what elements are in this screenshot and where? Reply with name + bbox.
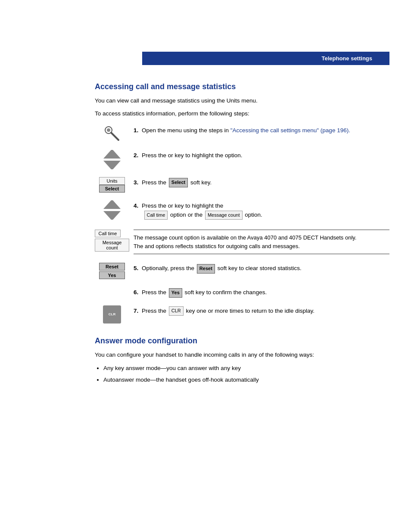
page-container: Telephone settings Accessing call and me… xyxy=(0,52,411,532)
clr-label: CLR xyxy=(109,312,115,316)
step-4-option1 xyxy=(134,212,142,218)
note-icons: Call time Message count xyxy=(95,227,129,252)
step-6-yes-inline: Yes xyxy=(169,288,182,298)
step-1-number: 1. xyxy=(134,127,138,134)
step-4-text2: key to highlight the xyxy=(175,202,224,209)
step-1-text-middle: menu using the steps in xyxy=(167,127,230,134)
step-5-text2: soft key to clear stored statistics. xyxy=(218,265,302,271)
step-5-row: Reset Yes 5. Optionally, press the Reset… xyxy=(95,263,389,279)
tools-icon xyxy=(103,125,121,142)
header-bar: Telephone settings xyxy=(142,52,389,65)
step4-arrow-up xyxy=(103,200,121,209)
step-1-row: 1. Open the menu using the steps in "Acc… xyxy=(95,125,389,142)
section1-intro2: To access statistics information, perfor… xyxy=(95,109,389,118)
step-5-content: 5. Optionally, press the Reset soft key … xyxy=(134,263,389,273)
step-2-icon xyxy=(95,150,129,169)
note-line2-pre: The xyxy=(134,243,143,249)
step-3-content: 3. Press the Select soft key. xyxy=(134,177,389,187)
main-content: Accessing call and message statistics Yo… xyxy=(95,65,389,385)
step-2-content: 2. Press the or key to highlight the opt… xyxy=(134,150,389,160)
note-row: Call time Message count The message coun… xyxy=(95,227,389,258)
step-2-text2: key to highlight the option. xyxy=(175,152,243,159)
step-6-content: 6. Press the Yes soft key to confirm the… xyxy=(134,287,389,297)
clr-key-icon: CLR xyxy=(103,305,121,324)
yes-box: Yes xyxy=(99,271,125,279)
step-6-number: 6. xyxy=(134,289,138,296)
select-box: Select xyxy=(99,185,125,193)
step-7-content: 7. Press the CLR key one or more times t… xyxy=(134,305,389,316)
bullet-2: Autoanswer mode—the handset goes off-hoo… xyxy=(103,375,389,385)
step-1-content: 1. Open the menu using the steps in "Acc… xyxy=(134,125,389,135)
step-4-option2: option. xyxy=(245,212,262,218)
step-3-icon: Units Select xyxy=(95,177,129,193)
step-7-icon: CLR xyxy=(95,305,129,324)
step-3-row: Units Select 3. Press the Select soft ke… xyxy=(95,177,389,193)
header-title: Telephone settings xyxy=(322,55,373,62)
step-4-content: 4. Press the or key to highlight the Cal… xyxy=(134,200,389,220)
step-1-text-before: Open the xyxy=(142,127,167,134)
section1-title: Accessing call and message statistics xyxy=(95,82,389,91)
step-4-row: 4. Press the or key to highlight the Cal… xyxy=(95,200,389,220)
step4-arrow-down xyxy=(103,211,121,220)
step-6-text2: soft key to confirm the changes. xyxy=(185,289,267,296)
step-4-number: 4. xyxy=(134,202,138,209)
step-1-link: "Accessing the call settings menu" (page… xyxy=(230,127,350,134)
arrow-up-icon xyxy=(103,150,121,159)
step-3-text: Press the xyxy=(142,179,168,186)
step-7-clr-inline: CLR xyxy=(169,306,184,316)
step-7-row: CLR 7. Press the CLR key one or more tim… xyxy=(95,305,389,324)
section2-intro: You can configure your handset to handle… xyxy=(95,351,389,359)
step-3-number: 3. xyxy=(134,179,138,186)
note-line2-post: options reflects statistics for outgoing… xyxy=(156,243,300,249)
units-select-area: Units Select xyxy=(99,177,125,193)
reset-yes-area: Reset Yes xyxy=(99,263,125,279)
step-4-arrows xyxy=(103,200,121,220)
step-4-icon xyxy=(95,200,129,220)
step-6-row: 6. Press the Yes soft key to confirm the… xyxy=(95,287,389,297)
step-4-text: Press the xyxy=(142,202,168,209)
note-and: and xyxy=(145,243,154,249)
step-5-text: Optionally, press the xyxy=(142,265,196,271)
section1-intro1: You can view call and message statistics… xyxy=(95,96,389,105)
step-2-number: 2. xyxy=(134,152,138,159)
step-4-or: or xyxy=(168,202,175,209)
svg-point-2 xyxy=(107,128,110,132)
step-7-text2: key one or more times to return to the i… xyxy=(186,308,314,314)
section2-title: Answer mode configuration xyxy=(95,336,389,345)
step-5-reset-inline: Reset xyxy=(197,264,215,274)
step-7-text: Press the xyxy=(142,308,168,314)
step-4-or2: option or the xyxy=(170,212,204,218)
step-3-select-inline: Select xyxy=(169,178,188,187)
step-5-icon: Reset Yes xyxy=(95,263,129,279)
step-4-msgcount-inline: Message count xyxy=(205,211,243,220)
step-2-or: or xyxy=(168,152,175,159)
step-2-row: 2. Press the or key to highlight the opt… xyxy=(95,150,389,169)
steps-container: 1. Open the menu using the steps in "Acc… xyxy=(95,125,389,324)
arrow-down-icon xyxy=(103,161,121,169)
step-7-number: 7. xyxy=(134,308,138,314)
call-time-box: Call time xyxy=(95,230,121,237)
step-2-text: Press the xyxy=(142,152,168,159)
svg-line-1 xyxy=(111,133,118,140)
step-4-calltime-inline: Call time xyxy=(144,211,168,220)
note-box: The message count option is available on… xyxy=(134,230,389,254)
step-6-text: Press the xyxy=(142,289,168,296)
note-line1: The message count option is available on… xyxy=(134,234,356,241)
units-box: Units xyxy=(99,177,125,185)
step-5-number: 5. xyxy=(134,265,138,271)
section2-bullet-list: Any key answer mode—you can answer with … xyxy=(103,364,389,385)
step-1-icon xyxy=(95,125,129,142)
reset-box: Reset xyxy=(99,263,125,271)
step-3-text2: soft key. xyxy=(190,179,212,186)
bullet-1: Any key answer mode—you can answer with … xyxy=(103,364,389,373)
message-count-box: Message count xyxy=(95,239,129,252)
